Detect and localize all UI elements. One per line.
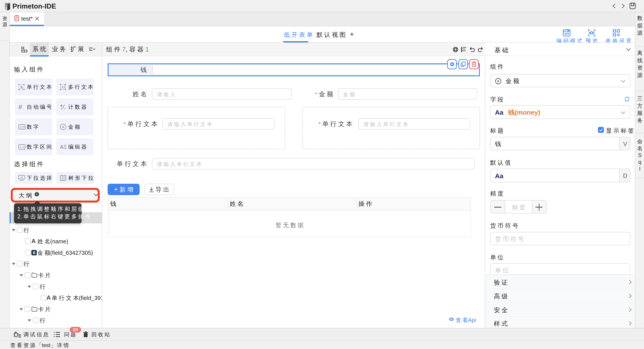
svg-text:123: 123 bbox=[19, 125, 24, 129]
svg-text:A: A bbox=[60, 144, 64, 150]
svg-text:A: A bbox=[61, 85, 64, 89]
svg-text:¥: ¥ bbox=[62, 125, 64, 129]
svg-text:¥: ¥ bbox=[497, 79, 499, 83]
svg-text:1~3: 1~3 bbox=[20, 145, 24, 149]
svg-text:A: A bbox=[20, 85, 23, 90]
